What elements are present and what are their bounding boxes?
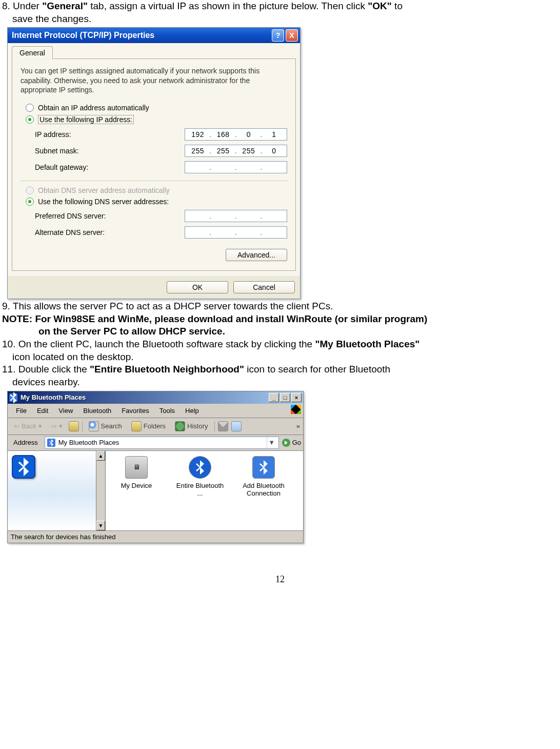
- item-entire-bluetooth[interactable]: Entire Bluetooth ...: [174, 456, 226, 498]
- help-button[interactable]: ?: [272, 29, 284, 42]
- back-button[interactable]: ⇦ Back ▾: [11, 421, 45, 431]
- bt-close-button[interactable]: ×: [291, 393, 302, 402]
- menubar: File Edit View Bluetooth Favorites Tools…: [8, 404, 303, 418]
- step11-line1: 11. Double click the "Entire Bluetooth N…: [0, 363, 560, 376]
- tab-general[interactable]: General: [12, 46, 53, 59]
- address-label: Address: [10, 437, 42, 448]
- radio-use-following-ip[interactable]: [26, 115, 34, 124]
- subnet-octet-4[interactable]: 0: [264, 147, 285, 155]
- address-dropdown-icon[interactable]: ▼: [267, 437, 276, 448]
- menu-bluetooth[interactable]: Bluetooth: [78, 406, 116, 416]
- step8-line2: save the changes.: [0, 13, 560, 26]
- step10-prefix: 10. On the client PC, launch the Bluetoo…: [2, 339, 315, 349]
- step10-line2: icon located on the desktop.: [0, 351, 560, 364]
- ip-octet-1[interactable]: 192: [187, 130, 208, 139]
- label-alternate-dns: Alternate DNS server:: [35, 228, 185, 236]
- content-area: ▲ ▼ 🖥 My Device Entire Bluetooth ...: [8, 451, 303, 530]
- go-button[interactable]: Go: [282, 439, 301, 447]
- ip-octet-3[interactable]: 0: [238, 130, 259, 139]
- toolbar-divider: [82, 421, 83, 431]
- windows-logo-icon: [291, 405, 301, 414]
- item-add-bluetooth-connection[interactable]: Add Bluetooth Connection: [238, 456, 289, 498]
- subnet-octet-3[interactable]: 255: [238, 147, 259, 155]
- my-device-label: My Device: [111, 482, 162, 490]
- ip-octet-2[interactable]: 168: [213, 130, 234, 139]
- toolbar: ⇦ Back ▾ ⇨ ▾ Search Folders History »: [8, 418, 303, 435]
- step8-line1: 8. Under "General" tab, assign a virtual…: [0, 0, 560, 13]
- close-button[interactable]: X: [286, 29, 298, 42]
- address-value: My Bluetooth Places: [58, 439, 264, 446]
- step8-mid: tab, assign a virtual IP as shown in the…: [88, 1, 368, 11]
- cancel-button[interactable]: Cancel: [233, 281, 295, 293]
- input-preferred-dns[interactable]: . . .: [185, 210, 287, 222]
- bluetooth-large-icon: [12, 455, 35, 479]
- forward-button[interactable]: ⇨ ▾: [48, 421, 66, 431]
- go-icon: [282, 439, 290, 447]
- radio-use-following-dns-label: Use the following DNS server addresses:: [38, 198, 169, 206]
- menu-edit[interactable]: Edit: [32, 406, 53, 416]
- input-ip-address[interactable]: 192. 168. 0. 1: [185, 128, 287, 141]
- minimize-button[interactable]: _: [269, 393, 279, 402]
- step10-bold: "My Bluetooth Places": [315, 339, 419, 349]
- tcpip-properties-dialog: Internet Protocol (TCP/IP) Properties ? …: [7, 27, 301, 299]
- radio-obtain-dns-auto: [26, 186, 34, 194]
- main-pane: 🖥 My Device Entire Bluetooth ... Add Blu…: [106, 451, 303, 530]
- label-ip-address: IP address:: [35, 130, 185, 139]
- maximize-button[interactable]: □: [280, 393, 290, 402]
- cut-icon[interactable]: [218, 421, 228, 431]
- menu-view[interactable]: View: [53, 406, 78, 416]
- scroll-up-button[interactable]: ▲: [96, 451, 105, 461]
- label-preferred-dns: Preferred DNS server:: [35, 212, 185, 220]
- menu-favorites[interactable]: Favorites: [116, 406, 154, 416]
- folders-icon: [131, 421, 142, 431]
- search-button[interactable]: Search: [86, 420, 125, 432]
- subnet-octet-2[interactable]: 255: [213, 147, 234, 155]
- step8-prefix: 8. Under: [2, 1, 42, 11]
- divider: [21, 181, 287, 181]
- address-input[interactable]: My Bluetooth Places ▼: [45, 437, 279, 449]
- ok-button[interactable]: OK: [167, 281, 228, 293]
- step11-bold: "Entire Bluetooth Neighborhood": [90, 364, 244, 374]
- up-folder-icon[interactable]: [69, 421, 79, 431]
- menu-file[interactable]: File: [11, 406, 32, 416]
- advanced-button[interactable]: Advanced...: [226, 249, 287, 261]
- bt-titlebar[interactable]: My Bluetooth Places _ □ ×: [8, 391, 303, 404]
- toolbar-overflow-icon[interactable]: »: [296, 422, 300, 430]
- page-number: 12: [0, 574, 560, 590]
- bt-title-text: My Bluetooth Places: [21, 393, 268, 401]
- my-bluetooth-places-window: My Bluetooth Places _ □ × File Edit View…: [7, 391, 304, 543]
- item-my-device[interactable]: 🖥 My Device: [111, 456, 162, 490]
- radio-obtain-ip-auto[interactable]: [26, 104, 34, 112]
- status-bar: The search for devices has finished: [8, 530, 303, 543]
- menu-help[interactable]: Help: [180, 406, 204, 416]
- radio-use-following-dns[interactable]: [26, 198, 34, 206]
- add-connection-icon: [252, 456, 275, 479]
- folders-button[interactable]: Folders: [128, 420, 169, 432]
- left-pane-scrollbar[interactable]: ▲ ▼: [96, 451, 105, 530]
- entire-bluetooth-label: Entire Bluetooth ...: [174, 482, 226, 498]
- add-connection-label: Add Bluetooth Connection: [238, 482, 289, 498]
- menu-tools[interactable]: Tools: [154, 406, 180, 416]
- search-icon: [89, 421, 99, 431]
- ip-octet-4[interactable]: 1: [264, 130, 285, 139]
- label-subnet-mask: Subnet mask:: [35, 147, 185, 155]
- entire-bluetooth-icon: [189, 456, 211, 479]
- bluetooth-mini-icon: [47, 439, 55, 447]
- input-alternate-dns[interactable]: . . .: [185, 226, 287, 239]
- titlebar[interactable]: Internet Protocol (TCP/IP) Properties ? …: [8, 28, 300, 43]
- note-line2: on the Server PC to allow DHCP service.: [0, 325, 560, 338]
- note-line1: NOTE: For Win98SE and WinMe, please down…: [0, 313, 560, 326]
- history-button[interactable]: History: [172, 420, 211, 432]
- toolbar-divider-2: [214, 421, 215, 431]
- address-bar: Address My Bluetooth Places ▼ Go: [8, 435, 303, 451]
- titlebar-text: Internet Protocol (TCP/IP) Properties: [12, 31, 270, 40]
- subnet-octet-1[interactable]: 255: [187, 147, 208, 155]
- label-default-gateway: Default gateway:: [35, 163, 185, 171]
- my-device-icon: 🖥: [125, 456, 148, 479]
- history-icon: [175, 421, 185, 431]
- input-subnet-mask[interactable]: 255. 255. 255. 0: [185, 145, 287, 157]
- input-default-gateway[interactable]: . . .: [185, 161, 287, 173]
- copy-icon[interactable]: [231, 421, 242, 431]
- step9: 9. This allows the server PC to act as a…: [0, 300, 560, 313]
- scroll-down-button[interactable]: ▼: [96, 521, 105, 530]
